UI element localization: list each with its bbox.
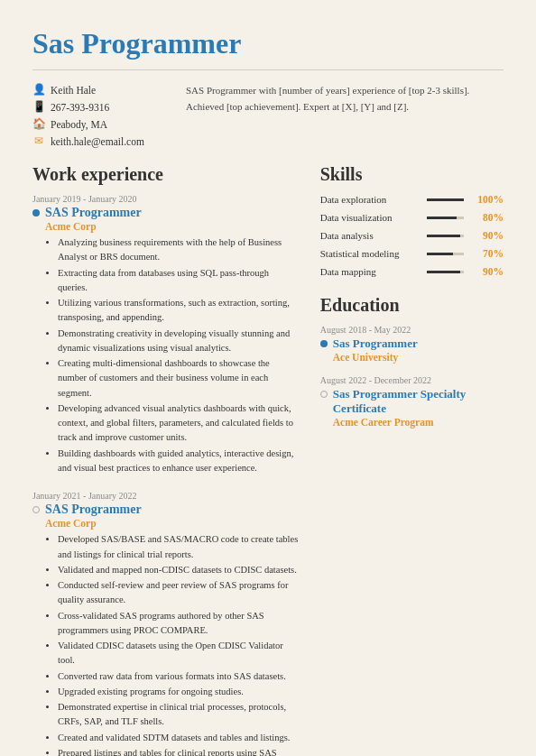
job-company: Acme Corp: [45, 518, 299, 529]
contact-email: keith.hale@email.com: [51, 136, 144, 147]
skills-heading: Skills: [320, 164, 504, 185]
list-item: Demonstrating creativity in developing v…: [58, 327, 299, 356]
job-date: January 2021 - January 2022: [32, 491, 299, 501]
filled-dot: [320, 340, 328, 347]
list-item: Validated and mapped non-CDISC datasets …: [58, 563, 299, 577]
contact-phone-row: 📱 267-393-9316: [32, 100, 159, 114]
job-body: SAS ProgrammerAcme CorpAnalyzing busines…: [45, 206, 299, 476]
phone-icon: 📱: [32, 100, 45, 114]
edu-date: August 2018 - May 2022: [320, 325, 504, 335]
list-item: Extracting data from databases using SQL…: [58, 266, 299, 296]
list-item: Building dashboards with guided analytic…: [58, 447, 299, 476]
skill-name: Data analysis: [320, 230, 420, 241]
skill-percentage: 100%: [471, 194, 504, 205]
list-item: Upgraded existing programs for ongoing s…: [58, 685, 299, 699]
skill-bar-fill: [427, 253, 453, 255]
list-item: Demonstrated expertise in clinical trial…: [58, 700, 299, 730]
page-title: Sas Programmer: [32, 27, 504, 60]
edu-title: Sas Programmer Specialty Certificate: [333, 387, 504, 416]
education-entry: August 2018 - May 2022Sas ProgrammerAce …: [320, 325, 504, 363]
list-item: Converted raw data from various formats …: [58, 669, 299, 684]
edu-title: Sas Programmer: [333, 337, 418, 351]
contact-location-row: 🏠 Peabody, MA: [32, 117, 159, 131]
skills-section: Skills Data exploration100%Data visualiz…: [320, 164, 504, 277]
skill-name: Data mapping: [320, 266, 420, 277]
skill-bar-background: [427, 253, 464, 255]
job-dot-row: SAS ProgrammerAcme CorpDeveloped SAS/BAS…: [32, 502, 299, 756]
jobs-container: January 2019 - January 2020SAS Programme…: [32, 194, 299, 756]
skills-container: Data exploration100%Data visualization80…: [320, 194, 504, 277]
main-content: Work experience January 2019 - January 2…: [32, 164, 504, 756]
empty-dot: [320, 391, 328, 398]
contact-summary: SAS Programmer with [number of years] ex…: [186, 83, 504, 148]
education-container: August 2018 - May 2022Sas ProgrammerAce …: [320, 325, 504, 428]
contact-phone: 267-393-9316: [51, 102, 109, 113]
skill-row: Data mapping90%: [320, 266, 504, 277]
skill-bar-background: [427, 235, 464, 237]
skill-name: Data exploration: [320, 194, 420, 205]
work-experience-heading: Work experience: [32, 164, 299, 185]
skill-bar-background: [427, 271, 464, 273]
list-item: Creating multi-dimensional dashboards to…: [58, 356, 299, 401]
empty-dot: [32, 506, 40, 513]
skill-name: Data visualization: [320, 212, 420, 223]
skill-bar-fill: [427, 217, 457, 219]
contact-location: Peabody, MA: [51, 119, 107, 130]
job-date: January 2019 - January 2020: [32, 194, 299, 204]
skill-bar-fill: [427, 235, 460, 237]
list-item: Developing advanced visual analytics das…: [58, 401, 299, 446]
location-icon: 🏠: [32, 117, 45, 131]
skill-bar-background: [427, 217, 464, 219]
edu-dot-row: Sas Programmer Specialty CertificateAcme…: [320, 387, 504, 428]
job-company: Acme Corp: [45, 221, 299, 232]
skill-percentage: 80%: [471, 212, 504, 223]
list-item: Created and validated SDTM datasets and …: [58, 731, 299, 745]
list-item: Prepared listings and tables for clinica…: [58, 746, 299, 756]
edu-date: August 2022 - December 2022: [320, 375, 504, 385]
list-item: Validated CDISC datasets using the Open …: [58, 639, 299, 668]
list-item: Conducted self-review and peer review of…: [58, 578, 299, 608]
skill-row: Statistical modeling70%: [320, 248, 504, 259]
skill-name: Statistical modeling: [320, 248, 420, 259]
job-entry: January 2019 - January 2020SAS Programme…: [32, 194, 299, 476]
contact-section: 👤 Keith Hale 📱 267-393-9316 🏠 Peabody, M…: [32, 83, 504, 148]
right-column: Skills Data exploration100%Data visualiz…: [320, 164, 504, 756]
job-bullets-list: Analyzing business requirements with the…: [45, 235, 299, 475]
skill-bar-background: [427, 198, 464, 201]
education-section: Education August 2018 - May 2022Sas Prog…: [320, 295, 504, 428]
education-entry: August 2022 - December 2022Sas Programme…: [320, 375, 504, 428]
job-body: SAS ProgrammerAcme CorpDeveloped SAS/BAS…: [45, 502, 299, 756]
skill-percentage: 70%: [471, 248, 504, 259]
edu-body: Sas Programmer Specialty CertificateAcme…: [333, 387, 504, 428]
person-icon: 👤: [32, 83, 45, 97]
contact-name: Keith Hale: [51, 85, 96, 96]
edu-body: Sas ProgrammerAce University: [333, 337, 418, 363]
left-column: Work experience January 2019 - January 2…: [32, 164, 299, 756]
skill-percentage: 90%: [471, 266, 504, 277]
contact-email-row: ✉ keith.hale@email.com: [32, 134, 159, 148]
skill-row: Data analysis90%: [320, 230, 504, 241]
skill-bar-fill: [427, 198, 464, 201]
contact-left: 👤 Keith Hale 📱 267-393-9316 🏠 Peabody, M…: [32, 83, 159, 148]
edu-school: Ace University: [333, 352, 418, 363]
job-bullets-list: Developed SAS/BASE and SAS/MACRO code to…: [45, 532, 299, 756]
skill-row: Data visualization80%: [320, 212, 504, 223]
job-title: SAS Programmer: [45, 206, 299, 220]
contact-name-row: 👤 Keith Hale: [32, 83, 159, 97]
education-heading: Education: [320, 295, 504, 316]
filled-dot: [32, 209, 40, 217]
header-divider: [32, 69, 504, 70]
skill-row: Data exploration100%: [320, 194, 504, 205]
job-title: SAS Programmer: [45, 502, 299, 517]
skill-bar-fill: [427, 271, 460, 273]
list-item: Analyzing business requirements with the…: [58, 235, 299, 265]
list-item: Utilizing various transformations, such …: [58, 296, 299, 326]
skill-percentage: 90%: [471, 230, 504, 241]
job-entry: January 2021 - January 2022SAS Programme…: [32, 491, 299, 756]
edu-dot-row: Sas ProgrammerAce University: [320, 337, 504, 363]
email-icon: ✉: [32, 134, 45, 148]
list-item: Developed SAS/BASE and SAS/MACRO code to…: [58, 532, 299, 562]
list-item: Cross-validated SAS programs authored by…: [58, 609, 299, 639]
job-dot-row: SAS ProgrammerAcme CorpAnalyzing busines…: [32, 206, 299, 476]
edu-school: Acme Career Program: [333, 417, 504, 428]
